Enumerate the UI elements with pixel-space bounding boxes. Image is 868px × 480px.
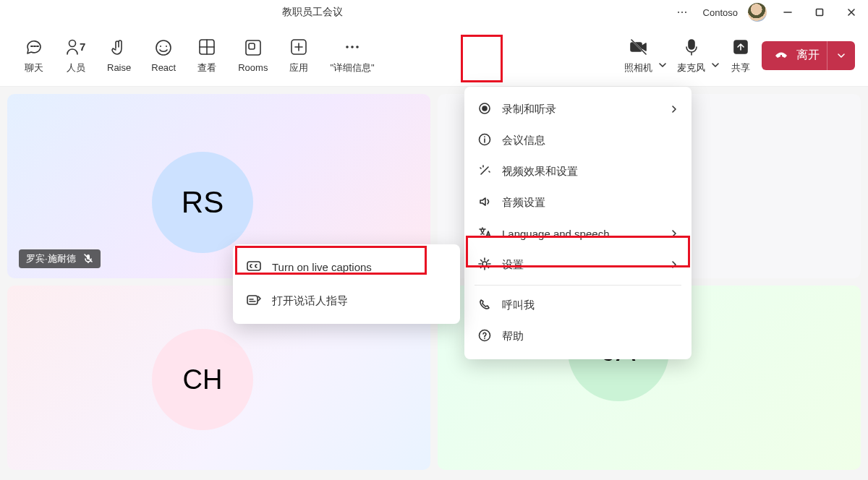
submenu-item-speaker-coach[interactable]: 打开说话人指导 <box>233 284 460 318</box>
window-minimize-button[interactable] <box>777 8 799 17</box>
window-maximize-button[interactable] <box>809 8 830 17</box>
phone-icon <box>477 297 492 314</box>
menu-label: Turn on live captions <box>272 261 372 273</box>
people-icon: 7 <box>65 37 87 57</box>
menu-label: 会议信息 <box>502 134 545 147</box>
more-label: "详细信息" <box>330 61 374 74</box>
mic-icon <box>682 37 701 57</box>
meeting-toolbar: 聊天 7 人员 Raise React 查看 Rooms 应用 "详细信息" 照… <box>0 25 868 87</box>
submenu-item-captions[interactable]: Turn on live captions <box>233 250 460 284</box>
leave-label: 离开 <box>796 48 820 63</box>
apps-label: 应用 <box>289 61 308 74</box>
language-submenu: Turn on live captions 打开说话人指导 <box>233 244 460 324</box>
avatar[interactable] <box>748 3 767 22</box>
svg-point-0 <box>678 12 679 13</box>
camera-label: 照相机 <box>624 61 652 74</box>
captions-icon <box>246 259 262 275</box>
more-menu: 录制和听录 会议信息 视频效果和设置 音频设置 Language and spe… <box>464 87 692 359</box>
chat-icon <box>25 37 43 57</box>
menu-item-callme[interactable]: 呼叫我 <box>464 290 692 321</box>
menu-item-info[interactable]: 会议信息 <box>464 125 692 156</box>
svg-point-21 <box>482 106 487 111</box>
hangup-icon <box>773 46 789 65</box>
participant-initials: RS <box>152 152 253 253</box>
mic-button[interactable]: 麦克风 <box>667 37 715 74</box>
chevron-right-icon <box>670 259 678 271</box>
svg-point-8 <box>166 46 167 47</box>
svg-point-4 <box>69 40 76 46</box>
speaker-icon <box>477 194 492 211</box>
people-button[interactable]: 7 人员 <box>55 37 97 74</box>
view-label: 查看 <box>197 61 216 74</box>
leave-chevron-icon[interactable] <box>827 41 855 70</box>
raise-label: Raise <box>107 62 131 73</box>
participant-name-badge: 罗宾·施耐德 <box>19 249 101 268</box>
raise-hand-icon <box>110 38 129 58</box>
help-icon <box>477 328 492 345</box>
raise-hand-button[interactable]: Raise <box>97 38 141 73</box>
window-close-button[interactable] <box>841 8 862 17</box>
svg-point-14 <box>351 46 354 48</box>
speaker-coach-icon <box>246 293 262 309</box>
record-icon <box>477 101 492 118</box>
svg-point-23 <box>482 262 487 266</box>
menu-label: 视频效果和设置 <box>502 165 578 179</box>
svg-text:7: 7 <box>80 40 85 53</box>
svg-rect-11 <box>249 43 255 49</box>
menu-label: 音频设置 <box>502 196 545 210</box>
leave-button[interactable]: 离开 <box>762 41 855 70</box>
share-icon <box>731 37 750 57</box>
menu-item-record[interactable]: 录制和听录 <box>464 94 692 125</box>
menu-item-language[interactable]: Language and speech <box>464 218 692 249</box>
rooms-button[interactable]: Rooms <box>228 38 278 73</box>
people-label: 人员 <box>67 61 85 74</box>
menu-item-settings[interactable]: 设置 <box>464 249 692 280</box>
mic-label: 麦克风 <box>677 61 705 74</box>
view-button[interactable]: 查看 <box>186 37 228 74</box>
react-button[interactable]: React <box>141 38 186 73</box>
svg-point-15 <box>356 46 359 48</box>
camera-off-icon <box>629 37 649 57</box>
apps-icon <box>289 37 308 57</box>
org-more-icon[interactable] <box>671 7 693 18</box>
svg-point-1 <box>681 12 683 13</box>
mic-chevron-icon[interactable] <box>711 59 720 72</box>
participant-initials: CH <box>152 329 253 430</box>
more-button[interactable]: "详细信息" <box>320 37 384 74</box>
wand-icon <box>477 163 492 180</box>
svg-point-13 <box>346 46 349 48</box>
camera-chevron-icon[interactable] <box>658 59 667 72</box>
svg-rect-26 <box>247 296 258 304</box>
menu-label: 录制和听录 <box>502 103 556 116</box>
svg-rect-10 <box>246 40 260 55</box>
gear-icon <box>477 257 492 273</box>
chat-button[interactable]: 聊天 <box>13 37 55 74</box>
svg-point-7 <box>160 46 161 47</box>
menu-item-audio[interactable]: 音频设置 <box>464 187 692 218</box>
participant-name: 罗宾·施耐德 <box>26 252 76 265</box>
menu-label: 呼叫我 <box>502 299 535 312</box>
svg-point-6 <box>156 40 171 55</box>
svg-rect-25 <box>247 262 260 270</box>
view-icon <box>197 37 216 57</box>
chevron-right-icon <box>670 228 678 240</box>
rooms-icon <box>244 38 263 58</box>
org-name: Contoso <box>703 7 738 18</box>
react-icon <box>154 38 173 58</box>
react-label: React <box>151 62 176 73</box>
menu-item-help[interactable]: 帮助 <box>464 321 692 352</box>
language-icon <box>477 226 492 242</box>
share-button[interactable]: 共享 <box>720 37 762 74</box>
menu-divider <box>475 285 681 286</box>
svg-point-2 <box>685 12 686 13</box>
menu-label: 设置 <box>502 258 524 272</box>
more-icon <box>343 37 362 57</box>
menu-label: 打开说话人指导 <box>272 294 348 308</box>
svg-rect-17 <box>689 40 694 49</box>
apps-button[interactable]: 应用 <box>278 37 320 74</box>
svg-rect-3 <box>817 9 823 16</box>
camera-button[interactable]: 照相机 <box>614 37 663 74</box>
window-titlebar: 教职员工会议 Contoso <box>0 0 868 25</box>
menu-item-effects[interactable]: 视频效果和设置 <box>464 156 692 187</box>
meeting-title: 教职员工会议 <box>282 6 343 19</box>
